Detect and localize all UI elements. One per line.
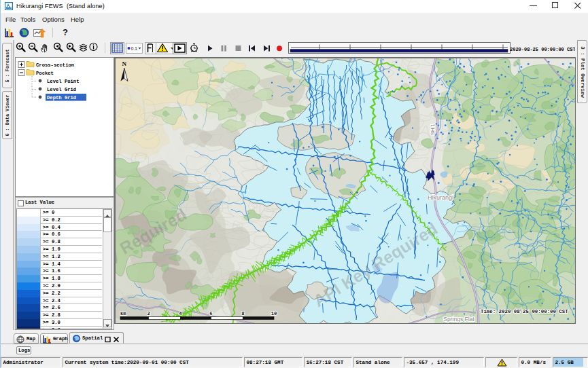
svg-text:N: N — [122, 60, 126, 67]
svg-text:Springs Flat: Springs Flat — [443, 316, 474, 323]
svg-text:Time: 2020-08-25 00:00:00 CST: Time: 2020-08-25 00:00:00 CST — [481, 309, 568, 314]
svg-text:6: 6 — [209, 311, 212, 316]
svg-text:SH 1: SH 1 — [430, 124, 436, 135]
svg-text:4: 4 — [179, 311, 182, 316]
svg-text:Depth Grid: Depth Grid — [47, 95, 76, 100]
svg-text:Level Point: Level Point — [47, 79, 79, 84]
svg-text:Pocket: Pocket — [36, 71, 54, 76]
svg-text:0.1: 0.1 — [131, 46, 137, 51]
svg-text:Cross-section: Cross-section — [36, 62, 74, 68]
svg-text:10: 10 — [271, 311, 277, 316]
svg-text:km: km — [120, 311, 126, 316]
svg-text:2: 2 — [147, 311, 150, 316]
svg-text:2020-08-25 00:00:00 CST: 2020-08-25 00:00:00 CST — [510, 47, 575, 52]
svg-text:Level Grid: Level Grid — [47, 87, 76, 92]
svg-text:8: 8 — [241, 311, 244, 316]
svg-text:Hikurangi: Hikurangi — [428, 194, 453, 201]
